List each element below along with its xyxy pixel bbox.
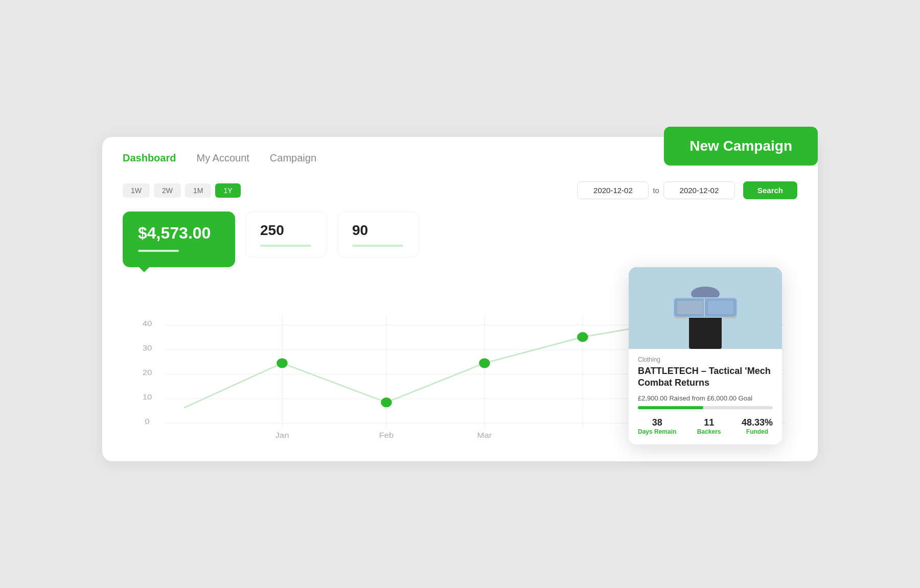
tab-campaign[interactable]: Campaign: [270, 152, 316, 166]
campaign-image: [629, 267, 782, 349]
svg-text:Feb: Feb: [379, 431, 394, 439]
campaign-progress-fill: [638, 406, 703, 409]
svg-text:20: 20: [143, 368, 152, 377]
svg-text:0: 0: [145, 417, 150, 426]
svg-text:Jan: Jan: [275, 431, 289, 439]
svg-point-22: [479, 358, 490, 368]
backers-stat: 11 Backers: [697, 417, 721, 435]
days-remain-stat: 38 Days Remain: [638, 417, 676, 435]
backers-stat-card: 250: [245, 211, 327, 257]
campaign-body: Clothing ♡ BATTLETECH – Tactical 'Mech C…: [629, 349, 782, 444]
dashboard-card: Dashboard My Account Campaign 1W 2W 1M 1…: [102, 137, 818, 461]
svg-text:40: 40: [143, 319, 152, 327]
date-to-input[interactable]: [663, 181, 735, 199]
days-remain-value: 38: [638, 417, 676, 428]
stats-row: $4,573.00 250 90: [123, 211, 797, 267]
date-from-input[interactable]: [577, 181, 649, 199]
backers-value: 250: [260, 222, 312, 239]
campaign-popup-card: Clothing ♡ BATTLETECH – Tactical 'Mech C…: [629, 267, 782, 444]
campaigns-value: 90: [352, 222, 404, 239]
period-1w-button[interactable]: 1W: [123, 183, 150, 198]
campaign-title: BATTLETECH – Tactical 'Mech Combat Retur…: [638, 365, 773, 389]
revenue-value: $4,573.00: [138, 224, 220, 243]
new-campaign-button[interactable]: New Campaign: [664, 127, 818, 166]
period-1m-button[interactable]: 1M: [185, 183, 211, 198]
svg-text:10: 10: [143, 393, 152, 401]
campaign-progress-bg: [638, 406, 773, 409]
svg-point-23: [577, 332, 588, 342]
search-button[interactable]: Search: [743, 181, 797, 199]
days-remain-label: Days Remain: [638, 428, 676, 435]
to-label: to: [653, 186, 659, 195]
period-1y-button[interactable]: 1Y: [215, 183, 240, 198]
campaigns-stat-card: 90: [337, 211, 419, 257]
svg-rect-32: [677, 301, 703, 314]
tab-dashboard[interactable]: Dashboard: [123, 152, 176, 166]
campaign-category: Clothing: [638, 356, 773, 363]
svg-point-21: [381, 397, 392, 407]
funded-label: Funded: [742, 428, 773, 435]
campaign-raised-text: £2,900.00 Raised from £6,000.00 Goal: [638, 394, 773, 402]
svg-text:30: 30: [143, 344, 152, 352]
period-2w-button[interactable]: 2W: [154, 183, 181, 198]
svg-rect-33: [708, 301, 733, 314]
funded-value: 48.33%: [742, 417, 773, 428]
svg-text:Mar: Mar: [477, 431, 493, 439]
campaign-artwork: [629, 267, 782, 349]
campaign-stats: 38 Days Remain 11 Backers 48.33% Funded: [638, 417, 773, 435]
funded-stat: 48.33% Funded: [742, 417, 773, 435]
backers-label: Backers: [697, 428, 721, 435]
svg-point-20: [277, 358, 288, 368]
revenue-bar: [138, 250, 179, 252]
backers-bar: [260, 245, 311, 247]
heart-icon[interactable]: ♡: [765, 273, 775, 287]
filter-bar: 1W 2W 1M 1Y to Search: [123, 181, 797, 199]
campaigns-bar: [352, 245, 403, 247]
revenue-stat-card: $4,573.00: [123, 211, 235, 267]
backers-count-value: 11: [697, 417, 721, 428]
chart-area: 0 10 20 30 40 Jan Feb: [123, 283, 797, 446]
tab-my-account[interactable]: My Account: [196, 152, 249, 166]
